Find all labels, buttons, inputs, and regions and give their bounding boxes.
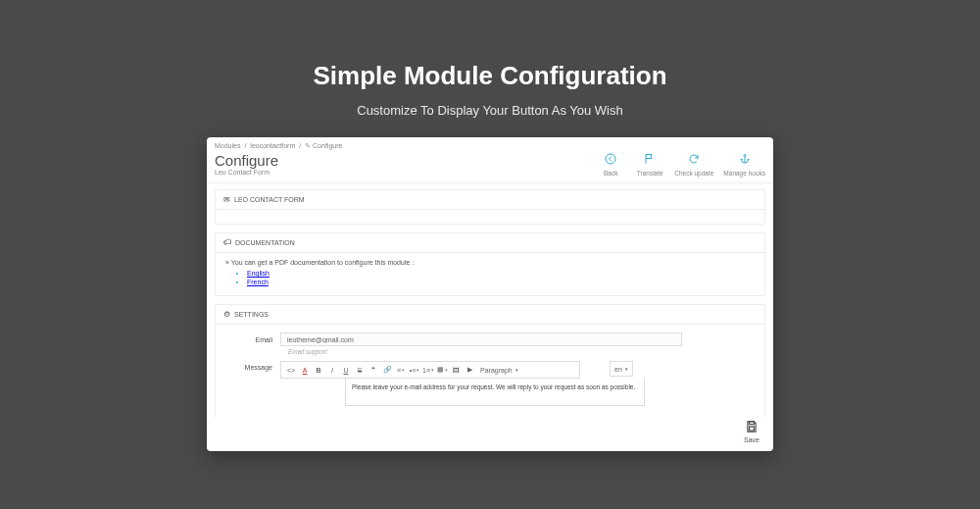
config-card: Modules / leocontactform / ✎ Configure C… [207,137,773,451]
documentation-title: DOCUMENTATION [235,239,295,246]
email-label: Email [223,336,280,343]
editor-toolbar: <> A B I U S ❝ 🔗 ≡ •≡ [280,361,580,379]
page-header: Configure Leo Contact Form Back Translat… [207,153,773,183]
back-button[interactable]: Back [596,153,625,177]
strike-button[interactable]: S [353,364,367,376]
flag-icon [635,153,664,168]
doc-link-french[interactable]: French [247,279,269,285]
breadcrumb-configure: ✎ Configure [305,142,342,149]
doc-link-english[interactable]: English [247,270,270,277]
envelope-icon: ✉ [223,195,230,204]
underline-button[interactable]: U [339,364,353,376]
leo-panel-title: LEO CONTACT FORM [234,196,305,203]
hero-title: Simple Module Configuration [0,0,980,91]
page-subtitle: Leo Contact Form [215,169,278,176]
header-actions: Back Translate Check update [596,153,765,177]
hero-subtitle: Customize To Display Your Button As You … [0,103,980,118]
gear-icon: ⚙ [223,310,230,319]
breadcrumb: Modules / leocontactform / ✎ Configure [207,137,773,153]
table-button[interactable]: ▦ [435,364,449,376]
text-color-button[interactable]: A [298,364,312,376]
email-field[interactable] [280,332,682,346]
source-code-button[interactable]: <> [284,364,298,376]
bold-button[interactable]: B [312,364,325,376]
language-dropdown[interactable]: en [610,361,633,377]
image-button[interactable]: 🖼 [449,364,463,376]
settings-panel: ⚙ SETTINGS Email Email support Message [215,304,765,418]
check-update-button[interactable]: Check update [674,153,713,177]
message-label: Message [223,361,280,371]
refresh-icon [674,153,713,168]
documentation-panel: 🏷 DOCUMENTATION » You can get a PDF docu… [215,232,765,296]
number-list-button[interactable]: 1≡ [421,364,435,376]
save-icon [744,420,760,436]
align-button[interactable]: ≡ [394,364,408,376]
page-title: Configure [215,153,278,168]
breadcrumb-modules[interactable]: Modules [215,142,240,149]
anchor-icon [723,153,765,168]
paragraph-dropdown[interactable]: Paragraph [476,367,522,374]
message-editor[interactable]: Please leave your e-mail address for you… [345,379,645,406]
email-help: Email support [288,348,757,355]
svg-rect-3 [750,427,755,431]
link-button[interactable]: 🔗 [380,364,394,376]
bullet-list-button[interactable]: •≡ [408,364,421,376]
settings-title: SETTINGS [234,311,269,318]
video-button[interactable]: ▶ [463,364,476,376]
leo-contact-form-panel: ✉ LEO CONTACT FORM [215,189,765,225]
svg-point-1 [744,155,746,157]
breadcrumb-module-name[interactable]: leocontactform [250,142,295,149]
svg-rect-2 [750,422,755,425]
back-icon [596,153,625,168]
documentation-intro: » You can get a PDF documentation to con… [225,259,755,266]
save-button[interactable]: Save [744,420,760,443]
svg-point-0 [606,154,615,164]
translate-button[interactable]: Translate [635,153,664,177]
manage-hooks-button[interactable]: Manage hooks [723,153,765,177]
italic-button[interactable]: I [325,364,339,376]
tag-icon: 🏷 [223,238,231,247]
quote-button[interactable]: ❝ [367,364,380,376]
